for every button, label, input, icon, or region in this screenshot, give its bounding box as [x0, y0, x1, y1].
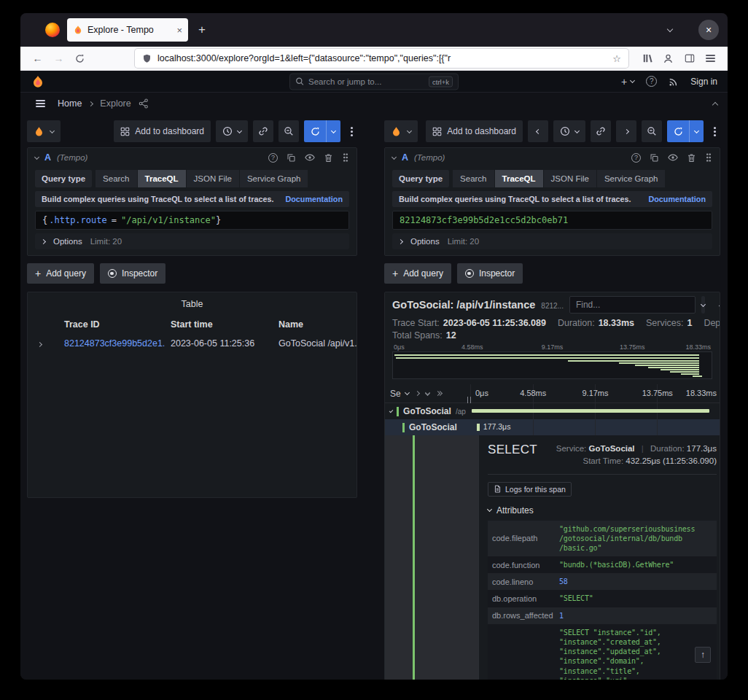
- sidebar-icon[interactable]: [679, 49, 699, 69]
- new-tab-button[interactable]: +: [198, 23, 206, 37]
- tab-service-graph[interactable]: Service Graph: [240, 170, 308, 187]
- account-icon[interactable]: [658, 49, 678, 69]
- bookmark-star-icon[interactable]: ☆: [612, 53, 621, 64]
- collapse-one-icon[interactable]: [415, 391, 420, 396]
- add-menu-button[interactable]: +: [621, 76, 634, 88]
- window-close-button[interactable]: ×: [698, 20, 719, 40]
- tab-service-graph[interactable]: Service Graph: [597, 170, 666, 187]
- inspector-button[interactable]: Inspector: [100, 263, 165, 284]
- nav-search[interactable]: Search or jump to... ctrl+k: [289, 73, 459, 90]
- datasource-picker[interactable]: [384, 120, 418, 142]
- span-row-selected[interactable]: GoToSocial 177.3μs: [385, 419, 720, 435]
- row-expander-icon[interactable]: [28, 338, 58, 349]
- options-toggle[interactable]: Options Limit: 20: [35, 233, 349, 249]
- tab-json-file[interactable]: JSON File: [544, 170, 596, 187]
- scroll-to-top-button[interactable]: ↑: [695, 647, 711, 663]
- run-query-caret[interactable]: [689, 120, 704, 142]
- attributes-toggle[interactable]: Attributes: [488, 505, 717, 516]
- time-picker-button[interactable]: [553, 120, 585, 142]
- tab-search[interactable]: Search: [96, 170, 136, 187]
- query-help-icon[interactable]: ?: [268, 153, 278, 163]
- datasource-picker[interactable]: [27, 120, 61, 142]
- menu-icon[interactable]: [701, 49, 720, 69]
- breadcrumb-home[interactable]: Home: [58, 98, 82, 109]
- run-query-main[interactable]: [304, 127, 326, 136]
- sign-in-link[interactable]: Sign in: [690, 77, 717, 87]
- trace-id-link[interactable]: 82124873cf3e99b5d2e1...: [58, 338, 165, 349]
- query-help-icon[interactable]: ?: [631, 153, 641, 163]
- col-header-start-time[interactable]: Start time: [165, 319, 273, 330]
- library-icon[interactable]: [637, 49, 657, 69]
- service-column-header[interactable]: Se: [385, 384, 471, 402]
- find-input[interactable]: [569, 296, 696, 314]
- kebab-menu-button[interactable]: [709, 131, 720, 133]
- expand-all-icon[interactable]: [426, 392, 429, 395]
- firefox-icon[interactable]: [45, 23, 60, 37]
- span-bar[interactable]: [472, 409, 709, 413]
- documentation-link[interactable]: Documentation: [648, 195, 706, 203]
- minimap-canvas[interactable]: [392, 351, 712, 379]
- copy-link-button[interactable]: [253, 120, 273, 142]
- column-resize-handle[interactable]: [467, 397, 471, 403]
- tab-traceql[interactable]: TraceQL: [495, 170, 543, 187]
- run-query-main[interactable]: [667, 127, 689, 136]
- tab-close-button[interactable]: ×: [176, 25, 182, 36]
- span-bar[interactable]: [477, 424, 480, 431]
- disable-query-eye-icon[interactable]: [668, 153, 678, 162]
- forward-button[interactable]: →: [49, 49, 69, 69]
- collapse-all-icon[interactable]: [436, 392, 442, 395]
- add-query-button[interactable]: + Add query: [384, 263, 451, 284]
- reload-button[interactable]: [70, 49, 90, 69]
- find-next-button[interactable]: [701, 296, 705, 314]
- time-shift-back-button[interactable]: [528, 120, 548, 142]
- logs-for-span-button[interactable]: Logs for this span: [488, 482, 572, 497]
- run-query-caret[interactable]: [326, 120, 340, 142]
- time-shift-forward-button[interactable]: [616, 120, 636, 142]
- add-to-dashboard-button[interactable]: Add to dashboard: [114, 120, 211, 142]
- col-header-trace-id[interactable]: Trace ID: [58, 319, 165, 330]
- tab-traceql[interactable]: TraceQL: [138, 170, 186, 187]
- news-feed-icon[interactable]: [669, 77, 679, 87]
- browser-tab[interactable]: Explore - Tempo ×: [67, 18, 188, 42]
- delete-query-trash-icon[interactable]: [687, 153, 696, 163]
- tab-json-file[interactable]: JSON File: [187, 170, 239, 187]
- disable-query-eye-icon[interactable]: [305, 153, 315, 162]
- documentation-link[interactable]: Documentation: [285, 195, 343, 203]
- query-collapse-chevron[interactable]: [34, 154, 39, 159]
- drag-handle-icon[interactable]: [705, 152, 712, 163]
- trace-minimap[interactable]: 0μs 4.58ms 9.17ms 13.75ms 18.33ms: [392, 343, 712, 379]
- grafana-logo-icon[interactable]: [31, 74, 45, 89]
- delete-query-trash-icon[interactable]: [324, 153, 333, 163]
- list-all-tabs-button[interactable]: [668, 28, 672, 31]
- tick-label: 4.58ms: [520, 389, 546, 397]
- span-collapse-chevron[interactable]: [389, 408, 394, 413]
- help-icon[interactable]: ?: [646, 76, 657, 87]
- zoom-out-button[interactable]: [278, 120, 299, 142]
- time-picker-button[interactable]: [216, 120, 248, 142]
- share-icon[interactable]: [139, 98, 149, 109]
- collapse-toolbar-button[interactable]: [712, 101, 718, 107]
- traceql-editor[interactable]: 82124873cf3e99b5d2e1cc5d2bc0eb71: [392, 211, 712, 230]
- table-row[interactable]: 82124873cf3e99b5d2e1... 2023-06-05 11:25…: [28, 334, 357, 353]
- inspector-button[interactable]: Inspector: [457, 263, 523, 284]
- span-row-root[interactable]: GoToSocial /api/...: [385, 403, 720, 419]
- zoom-out-button[interactable]: [642, 120, 662, 142]
- run-query-button[interactable]: [667, 120, 704, 142]
- copy-link-button[interactable]: [591, 120, 611, 142]
- kebab-menu-button[interactable]: [346, 131, 357, 133]
- url-bar[interactable]: localhost:3000/explore?orgId=1&left={"da…: [135, 49, 628, 68]
- col-header-name[interactable]: Name: [273, 319, 357, 330]
- duplicate-query-icon[interactable]: [650, 153, 659, 163]
- run-query-button[interactable]: [304, 120, 340, 142]
- add-to-dashboard-button[interactable]: Add to dashboard: [426, 120, 523, 142]
- query-collapse-chevron[interactable]: [391, 154, 397, 159]
- back-button[interactable]: ←: [28, 49, 47, 69]
- drag-handle-icon[interactable]: [342, 152, 349, 163]
- mega-menu-toggle[interactable]: [31, 94, 50, 114]
- tab-search[interactable]: Search: [453, 170, 494, 187]
- add-query-button[interactable]: + Add query: [27, 263, 94, 284]
- traceql-editor[interactable]: {.http.route="/api/v1/instance"}: [35, 211, 349, 230]
- find-prev-button[interactable]: [720, 296, 720, 314]
- options-toggle[interactable]: Options Limit: 20: [392, 233, 712, 249]
- duplicate-query-icon[interactable]: [287, 153, 296, 163]
